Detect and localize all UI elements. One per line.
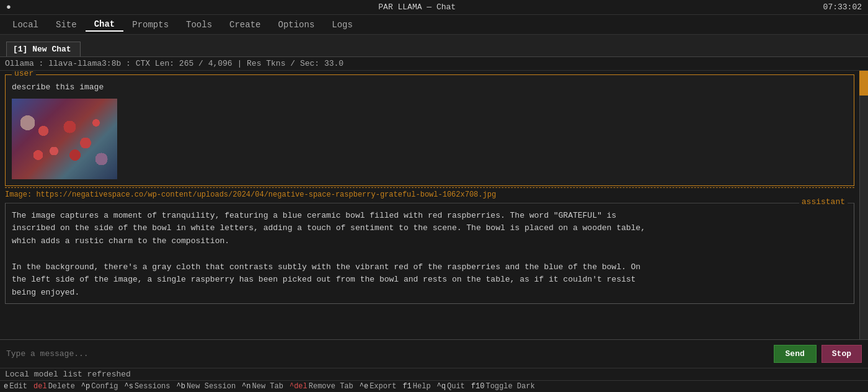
hotkey-key: f10 <box>471 382 485 391</box>
hotkey-key: f1 <box>402 382 411 391</box>
hotkey-label: Config <box>91 382 118 391</box>
clock: 07:33:02 <box>823 2 862 12</box>
hotkey-help: f1 Help <box>402 382 430 391</box>
hotkey-toggle-dark: f10 Toggle Dark <box>471 382 535 391</box>
stop-button[interactable]: Stop <box>822 345 862 363</box>
assistant-message: assistantThe image captures a moment of … <box>5 203 854 305</box>
menu-item-local[interactable]: Local <box>4 19 47 31</box>
hotkey-label: Toggle Dark <box>485 382 534 391</box>
menu-item-options[interactable]: Options <box>269 19 323 31</box>
tab-new-chat[interactable]: [1] New Chat <box>6 42 81 56</box>
messages-container: userdescribe this imageImage: https://ne… <box>0 74 859 304</box>
message-image <box>12 99 117 179</box>
hotkey-export: ^e Export <box>360 382 397 391</box>
hotkey-key: ^del <box>290 382 308 391</box>
hotkey-key: ^e <box>360 382 368 391</box>
hotkey-new-session: ^b New Session <box>176 382 236 391</box>
menu-item-logs[interactable]: Logs <box>323 19 361 31</box>
hotkey-key: e <box>4 382 8 391</box>
menu-bar: LocalSiteChatPromptsToolsCreateOptionsLo… <box>0 15 868 35</box>
user-message-text: describe this image <box>12 81 848 94</box>
window-control: ● <box>6 2 11 12</box>
hotkey-label: New Tab <box>252 382 283 391</box>
hotkey-bar: e Editdel Delete^p Config^s Sessions^b N… <box>0 380 868 392</box>
user-message: userdescribe this image <box>5 74 854 186</box>
assistant-label: assistant <box>799 197 848 207</box>
hotkey-label: Sessions <box>135 382 170 391</box>
hotkey-label: Help <box>413 382 431 391</box>
hotkey-label: Delete <box>48 382 75 391</box>
hotkey-label: Quit <box>447 382 465 391</box>
user-label: user <box>12 71 36 78</box>
tab-bar: [1] New Chat <box>0 35 868 57</box>
input-area: Send Stop <box>0 339 868 368</box>
window-title: PAR LLAMA — Chat <box>378 2 456 12</box>
notification-bar: Local model list refreshed <box>0 368 868 380</box>
hotkey-config: ^p Config <box>81 382 118 391</box>
hotkey-label: Export <box>370 382 396 391</box>
menu-item-prompts[interactable]: Prompts <box>123 19 177 31</box>
status-bar: Ollama : llava-llama3:8b : CTX Len: 265 … <box>0 57 868 71</box>
menu-item-tools[interactable]: Tools <box>177 19 221 31</box>
message-image-container <box>12 99 848 179</box>
hotkey-key: ^q <box>437 382 446 391</box>
send-button[interactable]: Send <box>774 345 817 363</box>
hotkey-key: ^b <box>176 382 185 391</box>
message-input[interactable] <box>6 349 769 359</box>
hotkey-key: del <box>33 382 47 391</box>
scrollbar[interactable] <box>859 71 868 339</box>
hotkey-delete: del Delete <box>33 382 75 391</box>
title-bar: ● PAR LLAMA — Chat 07:33:02 <box>0 0 868 15</box>
hotkey-key: ^s <box>124 382 133 391</box>
hotkey-label: Remove Tab <box>309 382 353 391</box>
hotkey-remove-tab: ^del Remove Tab <box>290 382 353 391</box>
hotkey-label: New Session <box>187 382 236 391</box>
menu-item-site[interactable]: Site <box>47 19 86 31</box>
hotkey-edit: e Edit <box>4 382 27 391</box>
hotkey-new-tab: ^n New Tab <box>242 382 283 391</box>
hotkey-key: ^p <box>81 382 90 391</box>
hotkey-label: Edit <box>9 382 27 391</box>
hotkey-quit: ^q Quit <box>437 382 465 391</box>
assistant-message-text: The image captures a moment of tranquili… <box>12 210 848 300</box>
menu-item-chat[interactable]: Chat <box>86 18 124 32</box>
hotkey-sessions: ^s Sessions <box>124 382 170 391</box>
menu-item-create[interactable]: Create <box>221 19 269 31</box>
messages-scroll[interactable]: userdescribe this imageImage: https://ne… <box>0 71 868 339</box>
chat-wrapper: userdescribe this imageImage: https://ne… <box>0 71 868 339</box>
scrollbar-thumb[interactable] <box>859 71 868 96</box>
image-url: Image: https://negativespace.co/wp-conte… <box>5 187 854 199</box>
hotkey-key: ^n <box>242 382 250 391</box>
